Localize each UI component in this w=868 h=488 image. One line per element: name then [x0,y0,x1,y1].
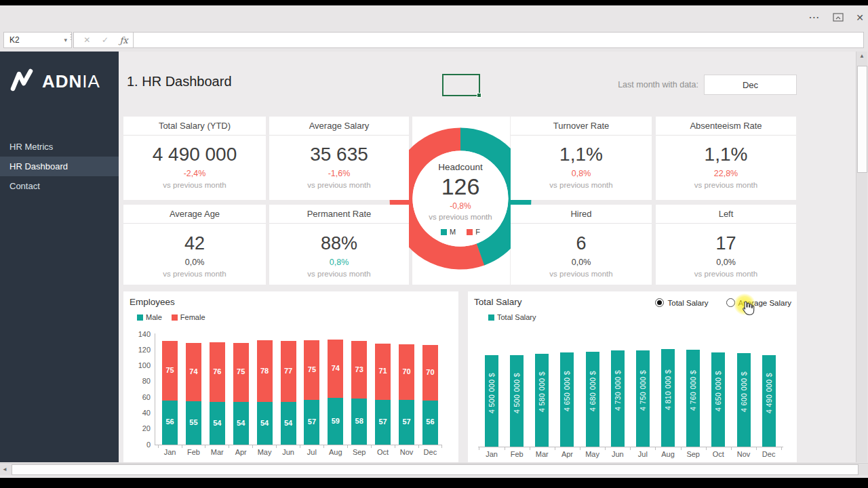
kpi-title: Total Salary (YTD) [123,117,266,136]
selected-cell-outline[interactable] [442,74,480,96]
vertical-scrollbar[interactable]: ▲ [856,52,867,462]
bar-male-value: 57 [399,418,414,426]
bar-value-label: 4 600 000 $ [740,371,748,412]
sidebar-item-contact[interactable]: Contact [0,176,119,196]
bar-male-value: 55 [186,418,201,426]
kpi-delta: -1,6% [269,169,409,178]
employees-chart-panel: Employees MaleFemale 0204060801001201405… [123,291,458,462]
kpi-card: Average Salary35 635-1,6%vs previous mon… [269,117,409,200]
brand-text: ADNIA [42,71,100,92]
kpi-note: vs previous month [123,181,266,189]
horizontal-scroll-thumb[interactable] [12,464,859,475]
horizontal-scrollbar[interactable]: ◄ [0,463,868,475]
last-month-dropdown[interactable]: Dec [704,75,797,95]
kpi-value: 4 490 000 [123,144,266,165]
formula-bar: K2 ▾ ⋮ ✕ ✓ ƒx [0,30,868,50]
kpi-value: 35 635 [269,144,409,165]
last-month-label: Last month with data: [618,80,698,89]
cancel-icon[interactable]: ✕ [83,35,90,45]
radio-total-salary[interactable]: Total Salary [655,298,708,307]
kpi-note: vs previous month [656,270,796,278]
kpi-delta: 0,0% [511,258,652,267]
x-axis-label: May [253,448,276,456]
scroll-up-icon[interactable]: ▲ [856,53,867,59]
sidebar-item-hr-dashboard[interactable]: HR Dashboard [0,157,119,176]
name-box[interactable]: K2 ▾ [3,32,72,48]
x-axis-label: Apr [555,450,578,458]
bar-female-value: 71 [375,367,391,375]
bar-male-value: 54 [257,419,273,427]
x-axis-label: Dec [757,450,781,458]
kpi-note: vs previous month [269,181,409,189]
x-axis-label: Jul [631,450,654,458]
bar-value-label: 4 650 000 $ [563,371,571,411]
x-axis-label: Jan [480,450,503,458]
bar-male-value: 57 [375,418,391,426]
x-axis-line [155,445,442,445]
kpi-delta: -2,4% [123,169,266,178]
scroll-left-icon[interactable]: ◄ [2,466,7,472]
salary-title: Total Salary [474,297,522,307]
employees-title: Employees [130,297,175,307]
bar-value-label: 4 680 000 $ [589,371,597,411]
bar-female-value: 74 [328,364,343,372]
bar-male-value: 54 [210,419,225,427]
kpi-card: Permanent Rate88%0,8%vs previous month [269,205,409,285]
donut-legend: MF [441,228,480,236]
kpi-card: Hired60,0%vs previous month [511,205,652,285]
kpi-note: vs previous month [269,270,409,278]
salary-chart-panel: Total Salary Total SalaryAverage Salary … [468,291,797,462]
bar-value-label: 4 580 000 $ [538,371,546,412]
formula-buttons: ✕ ✓ ƒx [73,32,138,48]
y-axis-line [155,333,155,445]
enter-icon[interactable]: ✓ [102,35,108,45]
radio-label: Total Salary [667,299,708,307]
kpi-delta: 0,8% [511,169,652,178]
brand-logo: ADNIA [9,68,100,95]
y-axis-tick-label: 20 [123,424,151,432]
radio-circle-icon[interactable] [655,298,664,307]
bar-value-label: 4 810 000 $ [664,369,672,410]
x-axis-label: Nov [732,450,755,458]
page-title: 1. HR Dashboard [127,74,232,89]
legend-swatch [172,314,178,321]
insert-function-icon[interactable]: ƒx [120,35,128,45]
window-more-icon[interactable]: ⋯ [808,12,821,23]
kpi-delta: 0,8% [269,258,409,267]
x-axis-label: Dec [418,448,441,456]
x-axis-label: Aug [324,448,347,456]
legend-item: Total Salary [488,313,536,321]
ribbon-options-icon[interactable] [833,13,844,23]
bar-female-value: 78 [257,367,273,375]
bar-female-value: 75 [162,366,178,374]
kpi-note: vs previous month [656,181,796,189]
sidebar: ADNIA HR MetricsHR DashboardContact [0,52,119,462]
legend-swatch [488,314,494,321]
kpi-title: Absenteeism Rate [656,117,796,136]
formula-input[interactable] [133,32,864,48]
vertical-scroll-thumb[interactable] [857,66,867,173]
kpi-card: Average Age420,0%vs previous month [123,205,266,285]
dashboard-canvas: 1. HR Dashboard Last month with data: De… [119,52,856,462]
kpi-value: 42 [123,233,266,254]
bar-male-value: 58 [351,417,367,425]
kpi-note: vs previous month [511,270,652,278]
salary-radio-group: Total SalaryAverage Salary [655,298,791,307]
x-axis-label: Mar [205,448,229,456]
x-axis-label: Mar [530,450,553,458]
x-axis-tick [441,445,442,448]
close-icon[interactable]: ✕ [856,13,864,22]
bar-male-value: 54 [233,419,249,427]
bar-female-value: 75 [304,365,319,373]
formula-bar-divider: ⋮ [67,35,71,39]
x-axis-label: Jun [606,450,629,458]
x-axis-label: May [581,450,604,458]
kpi-delta: 0,0% [123,258,266,267]
kpi-value: 17 [656,233,796,254]
sidebar-nav: HR MetricsHR DashboardContact [0,137,119,196]
salary-legend: Total Salary [488,313,536,321]
bar-female-value: 70 [399,367,414,375]
kpi-value: 1,1% [656,144,796,165]
legend-item: Male [137,313,162,321]
sidebar-item-hr-metrics[interactable]: HR Metrics [0,137,119,157]
